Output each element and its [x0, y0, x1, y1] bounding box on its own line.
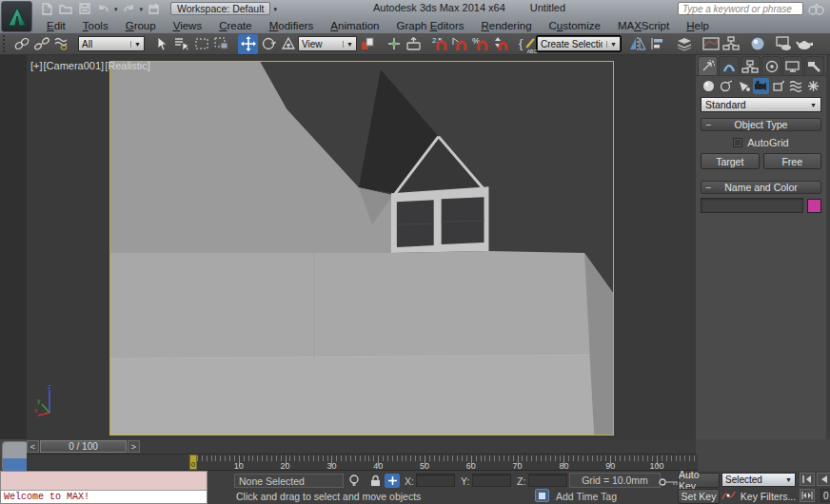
schematic-view-icon[interactable]	[721, 34, 741, 54]
object-name-field[interactable]	[701, 198, 803, 213]
select-and-rotate-icon[interactable]	[258, 34, 278, 54]
selection-filter-dropdown[interactable]: All▼	[78, 36, 145, 51]
select-by-name-icon[interactable]	[171, 34, 191, 54]
target-camera-button[interactable]: Target	[701, 153, 760, 169]
open-file-icon[interactable]	[57, 2, 73, 16]
spinner-snap-toggle-icon[interactable]	[490, 34, 510, 54]
next-frame-button[interactable]: >	[128, 440, 140, 453]
menu-create[interactable]: Create	[210, 20, 261, 31]
select-and-manipulate-icon[interactable]	[384, 34, 404, 54]
search-binoculars-icon[interactable]	[807, 1, 824, 16]
undo-icon[interactable]	[95, 2, 111, 16]
unlink-selection-icon[interactable]	[31, 34, 51, 54]
current-frame-field[interactable]: 0	[820, 489, 830, 502]
menu-edit[interactable]: Edit	[38, 20, 74, 31]
key-filters-button[interactable]: Key Filters...	[739, 489, 798, 504]
tab-motion[interactable]	[761, 56, 781, 75]
maxscript-mini-listener[interactable]: Welcome to MAX!	[0, 471, 208, 504]
window-crossing-toggle-icon[interactable]	[211, 34, 231, 54]
viewport-camera-menu[interactable]: [Camera001]	[44, 60, 105, 71]
menu-views[interactable]: Views	[165, 20, 210, 31]
snaps-toggle-icon[interactable]: 2.5	[430, 34, 450, 54]
menu-animation[interactable]: Animation	[322, 20, 387, 31]
macro-recorder-pane[interactable]	[1, 472, 207, 491]
select-object-icon[interactable]	[151, 34, 171, 54]
x-field[interactable]	[416, 474, 455, 487]
menu-customize[interactable]: Customize	[541, 20, 609, 31]
category-systems-icon[interactable]	[805, 78, 821, 94]
redo-icon[interactable]	[121, 2, 137, 16]
go-to-start-icon[interactable]	[800, 473, 815, 486]
track-bar[interactable]: 102030405060708090100 0	[27, 455, 698, 471]
keyboard-shortcut-override-icon[interactable]	[404, 34, 424, 54]
angle-snap-toggle-icon[interactable]	[450, 34, 470, 54]
undo-dropdown-icon[interactable]: ▾	[114, 6, 118, 12]
menu-rendering[interactable]: Rendering	[472, 20, 540, 31]
rectangular-selection-region-icon[interactable]	[191, 34, 211, 54]
workspace-caret-icon[interactable]: ▾	[273, 6, 277, 12]
render-setup-icon[interactable]	[774, 34, 794, 54]
camera-safe-frame[interactable]	[109, 61, 614, 436]
reference-coordinate-dropdown[interactable]: View▼	[298, 36, 357, 51]
category-shapes-icon[interactable]	[718, 78, 734, 94]
camera-type-dropdown[interactable]: Standard▼	[701, 97, 821, 112]
tab-display[interactable]	[782, 56, 802, 75]
z-field[interactable]	[528, 474, 567, 487]
set-key-filters-curve-icon[interactable]	[721, 489, 737, 502]
app-menu-button[interactable]	[1, 1, 32, 32]
y-field[interactable]	[472, 474, 511, 487]
selection-lock-icon[interactable]	[367, 474, 383, 488]
menu-tools[interactable]: Tools	[74, 20, 117, 31]
workspace-dropdown[interactable]: Workspace: Default	[170, 2, 270, 15]
align-icon[interactable]	[647, 34, 667, 54]
time-slider-grip[interactable]: 0 / 100	[40, 440, 127, 453]
save-icon[interactable]	[76, 2, 92, 16]
material-editor-icon[interactable]	[747, 34, 767, 54]
free-camera-button[interactable]: Free	[763, 153, 822, 169]
viewport-nav-menu[interactable]: [+]	[30, 60, 43, 71]
current-frame-marker[interactable]: 0	[189, 455, 197, 470]
menu-modifiers[interactable]: Modifiers	[261, 20, 323, 31]
edit-named-selection-sets-icon[interactable]: { ABC	[517, 34, 537, 54]
time-slider[interactable]: < 0 / 100 >	[27, 439, 696, 455]
menu-group[interactable]: Group	[117, 20, 165, 31]
toolbar-grip[interactable]	[3, 35, 9, 52]
percent-snap-toggle-icon[interactable]: %	[470, 34, 490, 54]
previous-frame-button[interactable]: <	[27, 440, 39, 453]
search-input[interactable]: Type a keyword or phrase	[678, 2, 803, 15]
curve-editor-icon[interactable]	[701, 34, 721, 54]
menu-graph-editors[interactable]: Graph Editors	[388, 20, 473, 31]
add-time-tag-button[interactable]: Add Time Tag	[556, 491, 617, 502]
viewport-layout-tab[interactable]	[2, 441, 29, 472]
tab-create[interactable]	[698, 56, 718, 75]
tab-hierarchy[interactable]	[741, 56, 761, 75]
category-helpers-icon[interactable]	[770, 78, 786, 94]
key-mode-toggle-icon[interactable]	[800, 489, 815, 502]
viewport-shading-menu[interactable]: [Realistic]	[105, 60, 150, 71]
use-pivot-point-center-icon[interactable]	[357, 34, 377, 54]
isolate-selection-icon[interactable]	[346, 474, 362, 488]
category-cameras-icon[interactable]	[753, 78, 769, 94]
category-geometry-icon[interactable]	[701, 78, 717, 94]
new-file-icon[interactable]	[38, 2, 54, 16]
object-type-header[interactable]: − Object Type	[701, 118, 821, 131]
category-space-warps-icon[interactable]	[788, 78, 804, 94]
render-production-icon[interactable]	[794, 34, 814, 54]
set-key-button[interactable]: Set Key	[678, 489, 720, 504]
select-and-link-icon[interactable]	[11, 34, 31, 54]
auto-key-button[interactable]: Auto Key	[678, 473, 720, 488]
name-color-header[interactable]: − Name and Color	[701, 181, 821, 194]
key-mode-dropdown[interactable]: Selected▼	[721, 473, 796, 487]
named-selection-sets-dropdown[interactable]: Create Selection Se▼	[537, 36, 621, 51]
viewport[interactable]: [+][Camera001][Realistic]	[27, 55, 696, 439]
mirror-icon[interactable]	[627, 34, 647, 54]
tab-modify[interactable]	[719, 56, 739, 75]
listener-pane[interactable]: Welcome to MAX!	[1, 491, 207, 503]
select-and-move-icon[interactable]	[238, 34, 258, 54]
redo-dropdown-icon[interactable]: ▾	[140, 6, 144, 12]
object-color-swatch[interactable]	[807, 199, 821, 213]
previous-key-icon[interactable]	[817, 473, 830, 486]
select-and-scale-icon[interactable]	[278, 34, 298, 54]
menu-maxscript[interactable]: MAXScript	[609, 20, 678, 31]
menu-help[interactable]: Help	[678, 20, 718, 31]
